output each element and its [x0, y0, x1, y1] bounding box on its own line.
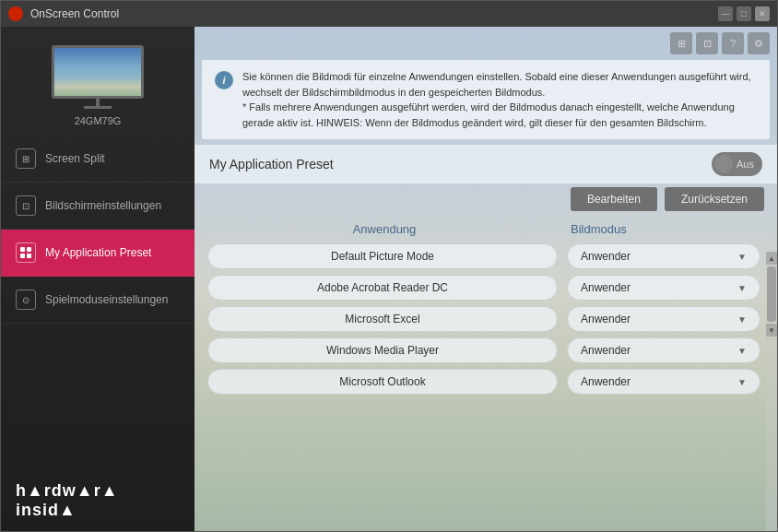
sidebar-item-spielmodus[interactable]: ⊙ Spielmoduseinstellungen	[1, 277, 194, 324]
monitor-stand	[96, 99, 100, 106]
main-window: OnScreen Control — □ ✕ 24GM79G ⊞ Screen …	[0, 0, 778, 532]
bildschirm-icon: ⊡	[16, 195, 36, 216]
toggle-switch[interactable]: Aus	[712, 152, 762, 176]
col-header-bildmodus: Bildmodus	[561, 222, 764, 236]
chevron-down-icon: ▼	[737, 252, 747, 262]
table-row: Microsoft Excel Anwender ▼	[207, 306, 760, 332]
app-logo	[8, 6, 23, 21]
chevron-down-icon: ▼	[737, 283, 747, 293]
mode-value-4: Anwender	[581, 375, 631, 388]
table-headers: Anwendung Bildmodus	[207, 219, 764, 243]
app-name-1[interactable]: Adobe Acrobat Reader DC	[207, 275, 558, 301]
scrollbar[interactable]: ▲ ▼	[766, 252, 777, 531]
col-header-anwendung: Anwendung	[207, 222, 561, 236]
right-panel: ⊞ ⊡ ? ⚙ i Sie können die Bildmodi für ei…	[194, 27, 777, 531]
sidebar-item-label: My Application Preset	[45, 246, 151, 259]
table-row: Default Picture Mode Anwender ▼	[207, 243, 760, 269]
spielmodus-icon: ⊙	[16, 290, 36, 310]
sidebar-item-label: Screen Split	[45, 152, 105, 165]
sidebar-item-app-preset[interactable]: My Application Preset	[1, 230, 194, 277]
edit-button[interactable]: Bearbeiten	[571, 187, 657, 211]
logo-line1: h▲rdw▲r▲	[16, 481, 180, 501]
preset-header: My Application Preset Aus	[194, 145, 777, 183]
svg-rect-1	[27, 247, 31, 252]
sidebar-item-screen-split[interactable]: ⊞ Screen Split	[1, 136, 194, 183]
app-name-3[interactable]: Windows Media Player	[207, 337, 558, 363]
window-controls: — □ ✕	[718, 6, 770, 21]
settings-button[interactable]: ⚙	[748, 32, 770, 54]
main-content: 24GM79G ⊞ Screen Split ⊡ Bildschirmeinst…	[1, 27, 777, 531]
sidebar-item-label: Bildschirmeinstellungen	[45, 199, 161, 212]
table-row: Adobe Acrobat Reader DC Anwender ▼	[207, 275, 760, 301]
app-name-4[interactable]: Microsoft Outlook	[207, 369, 558, 395]
monitor-icon	[52, 45, 144, 110]
sidebar: 24GM79G ⊞ Screen Split ⊡ Bildschirmeinst…	[1, 27, 194, 531]
preset-title: My Application Preset	[209, 157, 712, 171]
table-rows: Default Picture Mode Anwender ▼ Adobe Ac…	[207, 243, 764, 395]
info-panel: i Sie können die Bildmodi für einzelne A…	[202, 60, 770, 139]
mode-select-3[interactable]: Anwender ▼	[567, 337, 760, 363]
monitor-base	[84, 106, 112, 109]
scroll-up-button[interactable]: ▲	[766, 252, 777, 265]
titlebar: OnScreen Control — □ ✕	[1, 1, 777, 27]
chevron-down-icon: ▼	[737, 377, 747, 387]
chevron-down-icon: ▼	[737, 346, 747, 356]
app-name-2[interactable]: Microsoft Excel	[207, 306, 558, 332]
top-toolbar: ⊞ ⊡ ? ⚙	[194, 27, 777, 60]
maximize-button[interactable]: □	[737, 6, 751, 21]
svg-rect-0	[20, 247, 25, 252]
info-text: Sie können die Bildmodi für einzelne Anw…	[242, 69, 757, 130]
app-name-0[interactable]: Default Picture Mode	[207, 243, 558, 269]
mode-value-0: Anwender	[581, 250, 631, 263]
monitor-icon-button[interactable]: ⊡	[696, 32, 718, 54]
info-text-line1: Sie können die Bildmodi für einzelne Anw…	[242, 71, 751, 98]
app-preset-icon	[16, 242, 36, 263]
table-row: Windows Media Player Anwender ▼	[207, 337, 760, 363]
info-text-line2: * Falls mehrere Anwendungen ausgeführt w…	[242, 101, 735, 128]
monitor-model: 24GM79G	[75, 115, 122, 126]
mode-value-1: Anwender	[581, 281, 631, 294]
app-table: Anwendung Bildmodus Default Picture Mode…	[194, 219, 777, 531]
monitor-display: 24GM79G	[1, 27, 194, 136]
help-button[interactable]: ?	[722, 32, 744, 54]
minimize-button[interactable]: —	[718, 6, 733, 21]
table-row: Microsoft Outlook Anwender ▼	[207, 369, 760, 395]
grid-icon-button[interactable]: ⊞	[670, 32, 692, 54]
sidebar-item-bildschirm[interactable]: ⊡ Bildschirmeinstellungen	[1, 183, 194, 230]
sidebar-item-label: Spielmoduseinstellungen	[45, 293, 168, 306]
mode-select-1[interactable]: Anwender ▼	[567, 275, 760, 301]
hardware-inside-logo: h▲rdw▲r▲ insid▲	[1, 470, 194, 531]
svg-rect-3	[27, 254, 31, 258]
info-icon: i	[215, 71, 233, 89]
svg-rect-2	[20, 254, 25, 258]
window-title: OnScreen Control	[30, 7, 718, 20]
scroll-down-button[interactable]: ▼	[766, 324, 777, 337]
mode-select-0[interactable]: Anwender ▼	[567, 243, 760, 269]
scroll-thumb[interactable]	[767, 266, 776, 322]
mode-select-4[interactable]: Anwender ▼	[567, 369, 760, 395]
sidebar-nav: ⊞ Screen Split ⊡ Bildschirmeinstellungen	[1, 136, 194, 470]
toggle-knob	[714, 155, 733, 173]
close-button[interactable]: ✕	[755, 6, 770, 21]
screen-split-icon: ⊞	[16, 148, 36, 169]
reset-button[interactable]: Zurücksetzen	[665, 187, 764, 211]
mode-value-3: Anwender	[581, 344, 631, 357]
toggle-off-label: Aus	[735, 159, 760, 170]
mode-select-2[interactable]: Anwender ▼	[567, 306, 760, 332]
logo-line2: insid▲	[16, 501, 180, 520]
monitor-screen	[52, 45, 144, 99]
action-buttons: Bearbeiten Zurücksetzen	[194, 183, 777, 219]
chevron-down-icon: ▼	[737, 314, 747, 325]
mode-value-2: Anwender	[581, 313, 631, 325]
